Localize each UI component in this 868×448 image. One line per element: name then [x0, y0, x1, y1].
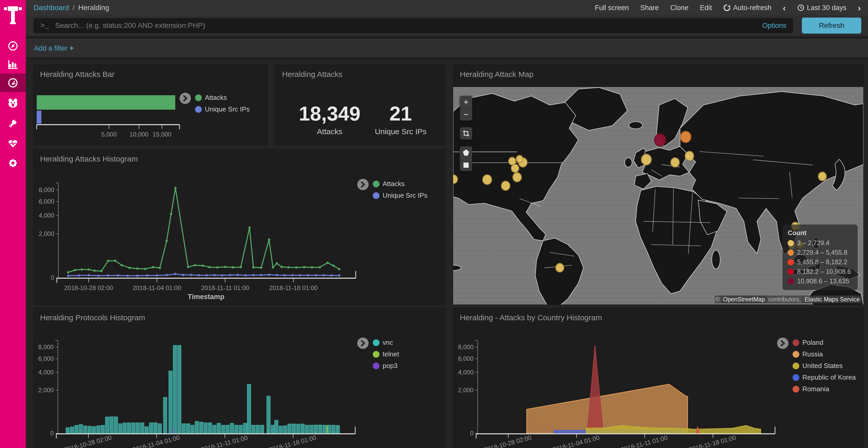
osm-link[interactable]: OpenStreetMap — [721, 296, 767, 303]
attack-location-dot[interactable] — [513, 173, 521, 182]
svg-text:4,000: 4,000 — [39, 212, 54, 219]
sidebar-item-heartbeat[interactable] — [0, 134, 26, 153]
svg-text:2018-10-28 02:00: 2018-10-28 02:00 — [483, 434, 532, 448]
query-prompt-icon: >_ — [40, 22, 49, 30]
panel-heralding-country-histogram: Heralding - Attacks by Country Histogram… — [453, 308, 864, 448]
panel-heralding-attacks-metric: Heralding Attacks 18,349 Attacks 21 Uniq… — [275, 65, 445, 145]
attack-location-dot[interactable] — [511, 164, 519, 172]
map-legend-item: 5,455.8 – 8,182.2 — [788, 258, 851, 266]
attack-location-dot[interactable] — [685, 151, 693, 161]
map-fit-data-button[interactable] — [460, 127, 472, 140]
map-zoom-out-button[interactable]: − — [460, 108, 472, 120]
gauge-icon — [8, 78, 18, 88]
search-bar-row: >_ Options Refresh — [26, 15, 868, 36]
attacks-histogram-chart[interactable]: 02,0004,0006,0008,0002018-10-28 02:00201… — [33, 149, 446, 305]
time-range-button[interactable]: Last 30 days — [797, 4, 846, 12]
metric-attacks: 18,349 Attacks — [291, 103, 368, 136]
search-input[interactable] — [55, 21, 757, 30]
svg-text:8,000: 8,000 — [38, 343, 54, 350]
refresh-button[interactable]: Refresh — [802, 18, 861, 34]
svg-text:0: 0 — [51, 430, 54, 437]
chart-legend: AttacksUnique Src IPs — [180, 94, 250, 113]
time-prev-button[interactable]: ‹ — [783, 3, 785, 12]
protocols-histogram-chart[interactable]: 02,0004,0006,0008,0002018-10-28 02:00201… — [33, 308, 446, 448]
sidebar-item-gear[interactable] — [0, 154, 26, 172]
sidebar-item-wrench[interactable] — [0, 114, 26, 133]
legend-item[interactable]: Russia — [793, 350, 856, 358]
legend-toggle-chevron-icon[interactable] — [357, 179, 369, 190]
clone-button[interactable]: Clone — [671, 4, 689, 12]
breadcrumb-dashboard-link[interactable]: Dashboard — [34, 4, 69, 12]
panel-heralding-attacks-histogram: Heralding Attacks Histogram 02,0004,0006… — [33, 149, 445, 305]
attack-location-dot[interactable] — [501, 181, 510, 191]
svg-text:4,000: 4,000 — [458, 369, 473, 376]
panel-title: Heralding - Attacks by Country Histogram — [460, 313, 602, 322]
breadcrumb-current: Heralding — [78, 4, 109, 12]
sidebar-item-bar-chart[interactable] — [0, 55, 26, 74]
chart-legend: PolandRussiaUnited StatesRepublic of Kor… — [777, 339, 856, 393]
svg-text:8,000: 8,000 — [458, 343, 473, 350]
chart-legend: AttacksUnique Src IPs — [357, 180, 427, 200]
ems-link[interactable]: Elastic Maps Service — [803, 296, 861, 303]
svg-text:8,000: 8,000 — [39, 186, 54, 193]
heartbeat-icon — [8, 139, 18, 149]
legend-color-dot — [793, 363, 799, 369]
svg-text:6,000: 6,000 — [38, 355, 54, 362]
filter-bar-row: Add a filter + — [26, 37, 868, 59]
legend-label: Poland — [802, 339, 823, 347]
edit-button[interactable]: Edit — [700, 4, 712, 12]
legend-toggle-chevron-icon[interactable] — [180, 93, 191, 104]
legend-item[interactable]: United States — [793, 362, 856, 370]
sidebar-item-gauge[interactable] — [0, 74, 26, 92]
map-draw-polygon-button[interactable] — [460, 146, 472, 159]
legend-item[interactable]: Poland — [793, 339, 856, 347]
legend-color-dot — [195, 95, 202, 101]
attack-location-dot[interactable] — [818, 172, 827, 181]
map-zoom-in-button[interactable]: + — [460, 96, 472, 108]
map-legend-color-dot — [788, 278, 794, 284]
sidebar-item-bear[interactable] — [0, 94, 26, 112]
legend-item[interactable]: Romania — [793, 385, 856, 393]
svg-text:2018-11-18 01:00: 2018-11-18 01:00 — [268, 434, 317, 448]
legend-label: telnet — [382, 350, 399, 358]
attack-location-dot[interactable] — [671, 158, 679, 167]
map-legend-item: 3 – 2,729.4 — [788, 239, 851, 247]
time-next-button[interactable]: › — [858, 3, 861, 12]
attack-location-dot[interactable] — [641, 154, 651, 165]
legend-item[interactable]: Attacks — [373, 180, 427, 188]
attack-location-dot[interactable] — [483, 175, 492, 184]
legend-toggle-chevron-icon[interactable] — [357, 338, 369, 349]
attack-location-dot[interactable] — [680, 131, 691, 142]
legend-item[interactable]: vnc — [373, 339, 399, 347]
legend-color-dot — [373, 181, 379, 187]
map-attribution: © OpenStreetMap contributors, Elastic Ma… — [715, 296, 861, 303]
map-legend-color-dot — [788, 249, 794, 256]
add-filter-link[interactable]: Add a filter + — [34, 44, 74, 53]
t-mobile-logo[interactable] — [0, 4, 26, 27]
attack-location-dot[interactable] — [556, 263, 564, 272]
map-draw-rectangle-button[interactable] — [460, 159, 472, 171]
legend-item[interactable]: pop3 — [373, 362, 399, 370]
auto-refresh-button[interactable]: Auto-refresh — [723, 4, 772, 12]
svg-text:4,000: 4,000 — [38, 369, 54, 376]
svg-text:2018-11-11 01:00: 2018-11-11 01:00 — [201, 284, 249, 291]
legend-toggle-chevron-icon[interactable] — [777, 338, 788, 349]
attack-location-dot[interactable] — [453, 175, 458, 183]
full-screen-button[interactable]: Full screen — [595, 4, 629, 12]
legend-item[interactable]: Unique Src IPs — [195, 105, 250, 113]
share-button[interactable]: Share — [641, 4, 659, 12]
legend-item[interactable]: Attacks — [195, 94, 250, 102]
legend-color-dot — [793, 374, 799, 381]
legend-item[interactable]: telnet — [373, 350, 399, 358]
legend-item[interactable]: Unique Src IPs — [373, 192, 427, 200]
legend-item[interactable]: Republic of Korea — [793, 373, 856, 381]
sidebar-item-compass[interactable] — [0, 37, 26, 55]
legend-color-dot — [373, 192, 379, 199]
options-link[interactable]: Options — [762, 22, 786, 30]
svg-text:6,000: 6,000 — [39, 198, 54, 205]
attack-location-dot[interactable] — [655, 134, 666, 146]
svg-text:2018-11-04 01:00: 2018-11-04 01:00 — [552, 434, 600, 448]
pentagon-icon — [463, 149, 469, 156]
world-map[interactable]: + − — [453, 87, 863, 305]
attack-location-dot[interactable] — [516, 156, 523, 163]
